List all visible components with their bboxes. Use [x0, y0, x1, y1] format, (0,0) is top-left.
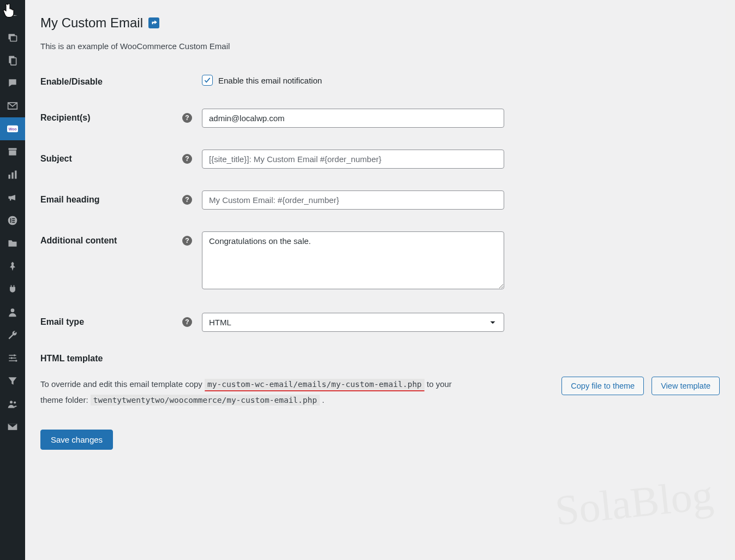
label-subject: Subject	[40, 154, 72, 164]
svg-point-18	[11, 357, 13, 359]
email-type-select[interactable]: HTML	[202, 313, 504, 332]
person-icon	[7, 307, 18, 318]
label-heading: Email heading	[40, 195, 99, 205]
megaphone-icon	[7, 192, 18, 203]
sliders-icon	[7, 353, 18, 364]
svg-point-17	[14, 354, 15, 356]
label-recipients: Recipient(s)	[40, 113, 91, 123]
help-icon-email-type[interactable]: ?	[182, 317, 192, 327]
pin-icon	[7, 9, 18, 20]
svg-rect-12	[10, 218, 11, 223]
heading-input[interactable]	[202, 190, 504, 210]
label-email-type: Email type	[40, 317, 84, 327]
enable-checkbox[interactable]	[202, 75, 213, 86]
admin-sidebar: Woo	[0, 0, 25, 560]
template-source-path: my-custom-wc-email/emails/my-custom-emai…	[205, 379, 425, 390]
svg-rect-1	[10, 36, 17, 41]
row-email-type: Email type ? HTML	[40, 313, 720, 332]
additional-content-textarea[interactable]: Congratulations on the sale.	[202, 231, 504, 289]
main-content: My Custom Email This is an example of Wo…	[25, 0, 735, 560]
svg-point-21	[14, 401, 16, 403]
template-row: To override and edit this email template…	[40, 377, 720, 408]
save-changes-button[interactable]: Save changes	[40, 430, 113, 450]
vertical-scrollbar[interactable]	[726, 0, 735, 560]
folder-icon	[7, 238, 18, 249]
subject-input[interactable]	[202, 150, 504, 169]
svg-text:Woo: Woo	[9, 127, 17, 131]
view-template-button[interactable]: View template	[652, 377, 720, 395]
sidebar-item-plugins[interactable]	[0, 278, 25, 301]
row-recipients: Recipient(s) ?	[40, 109, 720, 128]
sidebar-item-pages[interactable]	[0, 49, 25, 72]
sidebar-item-users[interactable]	[0, 301, 25, 324]
page-title-text: My Custom Email	[40, 15, 143, 31]
svg-rect-14	[12, 220, 15, 221]
woo-icon: Woo	[7, 123, 18, 134]
copy-file-button[interactable]: Copy file to theme	[561, 377, 644, 395]
svg-rect-9	[11, 172, 13, 179]
svg-rect-10	[15, 171, 16, 179]
sidebar-item-comments[interactable]	[0, 72, 25, 94]
plug-icon	[7, 284, 18, 295]
help-icon-subject[interactable]: ?	[182, 154, 192, 164]
sidebar-item-sliders[interactable]	[0, 347, 25, 370]
help-icon-heading[interactable]: ?	[182, 195, 192, 205]
comments-icon	[7, 78, 18, 88]
elementor-icon	[7, 215, 18, 226]
svg-rect-7	[9, 151, 16, 156]
svg-rect-6	[9, 148, 17, 150]
sidebar-item-tools[interactable]	[0, 324, 25, 347]
help-icon-recipients[interactable]: ?	[182, 113, 192, 123]
analytics-icon	[7, 169, 18, 180]
template-text-3: .	[320, 395, 324, 404]
pages-icon	[7, 55, 18, 65]
row-enable: Enable/Disable Enable this email notific…	[40, 73, 720, 87]
wrench-icon	[7, 330, 18, 341]
svg-rect-15	[12, 222, 15, 223]
sidebar-item-group[interactable]	[0, 392, 25, 415]
label-enable: Enable/Disable	[40, 73, 202, 87]
archive-icon	[7, 146, 18, 157]
sidebar-item-media[interactable]	[0, 26, 25, 49]
sidebar-item-analytics[interactable]	[0, 163, 25, 186]
funnel-icon	[7, 376, 18, 386]
label-additional: Additional content	[40, 236, 117, 246]
sidebar-item-filter[interactable]	[0, 370, 25, 392]
sidebar-item-elementor[interactable]	[0, 209, 25, 232]
page-description: This is an example of WooCommerce Custom…	[40, 41, 720, 51]
sidebar-item-marketing[interactable]	[0, 186, 25, 209]
row-heading: Email heading ?	[40, 190, 720, 210]
enable-checkbox-label: Enable this email notification	[218, 76, 322, 85]
envelope-icon	[7, 421, 18, 432]
sidebar-item-envelope[interactable]	[0, 415, 25, 438]
svg-point-19	[15, 360, 17, 361]
template-override-text: To override and edit this email template…	[40, 377, 466, 408]
sidebar-item-archive[interactable]	[0, 140, 25, 163]
help-icon-additional[interactable]: ?	[182, 236, 192, 246]
return-arrow-icon	[150, 19, 158, 27]
svg-rect-8	[9, 175, 10, 179]
mail-icon	[7, 100, 18, 111]
html-template-label: HTML template	[40, 354, 720, 364]
thumbtack-icon	[7, 261, 18, 272]
svg-rect-3	[11, 58, 16, 65]
check-icon	[204, 76, 211, 84]
row-subject: Subject ?	[40, 150, 720, 169]
sidebar-item-mail[interactable]	[0, 94, 25, 117]
media-icon	[7, 32, 18, 43]
page-title: My Custom Email	[40, 15, 720, 31]
group-icon	[7, 398, 18, 409]
back-badge[interactable]	[148, 17, 159, 28]
svg-point-16	[11, 308, 15, 312]
recipients-input[interactable]	[202, 109, 504, 128]
template-dest-path: twentytwentytwo/woocommerce/my-custom-em…	[91, 395, 320, 406]
sidebar-item-woocommerce[interactable]: Woo	[0, 117, 25, 140]
svg-point-20	[10, 401, 13, 403]
template-text-1: To override and edit this email template…	[40, 379, 205, 389]
sidebar-item-folder[interactable]	[0, 232, 25, 255]
sidebar-item-thumbtack[interactable]	[0, 255, 25, 278]
row-additional: Additional content ? Congratulations on …	[40, 231, 720, 291]
sidebar-item-pin[interactable]	[0, 3, 25, 26]
svg-rect-13	[12, 218, 15, 219]
